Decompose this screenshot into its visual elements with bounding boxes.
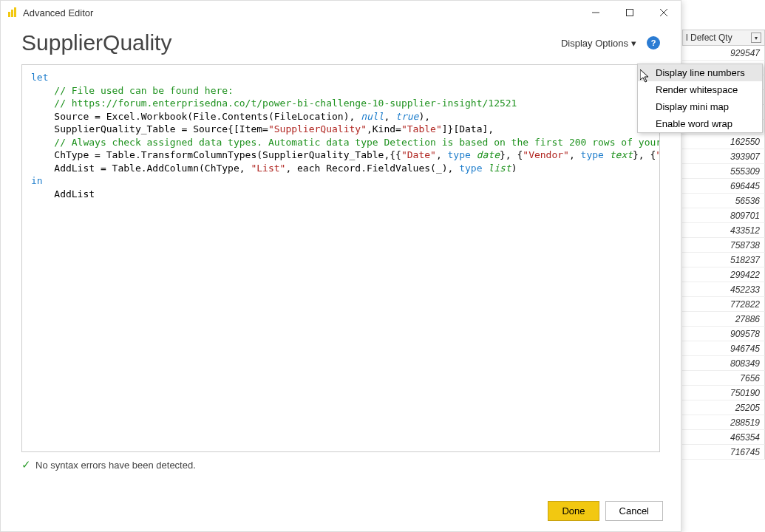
syntax-status: ✓ No syntax errors have been detected. xyxy=(21,458,660,471)
table-cell[interactable]: 929547 xyxy=(682,46,765,61)
table-cell[interactable]: 465354 xyxy=(682,430,765,445)
table-cell[interactable]: 696445 xyxy=(682,179,765,194)
table-cell[interactable]: 162550 xyxy=(682,134,765,149)
menu-item-mini-map[interactable]: Display mini map xyxy=(638,98,762,115)
table-cell[interactable]: 299422 xyxy=(682,267,765,282)
column-header-label: l Defect Qty xyxy=(686,33,732,43)
menu-item-word-wrap[interactable]: Enable word wrap xyxy=(638,115,762,132)
svg-rect-0 xyxy=(8,12,10,17)
svg-rect-2 xyxy=(14,7,16,17)
code-editor[interactable]: let // File used can be found here: // h… xyxy=(21,64,660,452)
query-title: SupplierQuality xyxy=(21,30,561,55)
table-cell[interactable]: 808349 xyxy=(682,356,765,371)
svg-rect-1 xyxy=(11,10,13,17)
svg-rect-4 xyxy=(627,10,633,16)
menu-item-line-numbers[interactable]: Display line numbers xyxy=(638,64,762,81)
done-button[interactable]: Done xyxy=(548,501,599,521)
check-icon: ✓ xyxy=(21,458,31,471)
table-cell[interactable]: 555309 xyxy=(682,164,765,179)
table-cell[interactable]: 25205 xyxy=(682,400,765,415)
table-cell[interactable]: 288519 xyxy=(682,415,765,430)
menu-item-render-whitespace[interactable]: Render whitespace xyxy=(638,81,762,98)
table-cell[interactable]: 716745 xyxy=(682,445,765,460)
cancel-button[interactable]: Cancel xyxy=(605,501,663,521)
table-cell[interactable]: 809701 xyxy=(682,208,765,223)
table-cell[interactable]: 758738 xyxy=(682,238,765,253)
app-icon xyxy=(7,7,18,18)
table-cell[interactable]: 433512 xyxy=(682,223,765,238)
table-cell[interactable]: 452233 xyxy=(682,282,765,297)
table-cell[interactable]: 393907 xyxy=(682,149,765,164)
table-cell[interactable]: 56536 xyxy=(682,194,765,208)
display-options-dropdown[interactable]: Display Options ▾ xyxy=(561,38,636,49)
window-title: Advanced Editor xyxy=(23,7,579,18)
display-options-label: Display Options xyxy=(561,38,628,49)
table-cell[interactable]: 7656 xyxy=(682,371,765,386)
table-cell[interactable]: 772822 xyxy=(682,297,765,312)
table-cell[interactable]: 946745 xyxy=(682,341,765,356)
help-icon[interactable]: ? xyxy=(647,36,660,50)
minimize-button[interactable] xyxy=(579,1,613,24)
column-header-defect-qty[interactable]: l Defect Qty ▾ xyxy=(682,30,765,46)
titlebar: Advanced Editor xyxy=(1,1,681,24)
display-options-menu: Display line numbers Render whitespace D… xyxy=(637,64,763,133)
chevron-down-icon: ▾ xyxy=(631,38,636,49)
table-cell[interactable]: 909578 xyxy=(682,327,765,341)
syntax-status-text: No syntax errors have been detected. xyxy=(35,460,196,471)
table-cell[interactable]: 518237 xyxy=(682,253,765,267)
table-cell[interactable]: 27886 xyxy=(682,312,765,327)
table-cell[interactable]: 750190 xyxy=(682,386,765,400)
close-button[interactable] xyxy=(647,1,681,24)
advanced-editor-dialog: Advanced Editor SupplierQuality Display … xyxy=(0,0,681,532)
column-dropdown-icon[interactable]: ▾ xyxy=(751,33,761,43)
maximize-button[interactable] xyxy=(613,1,647,24)
